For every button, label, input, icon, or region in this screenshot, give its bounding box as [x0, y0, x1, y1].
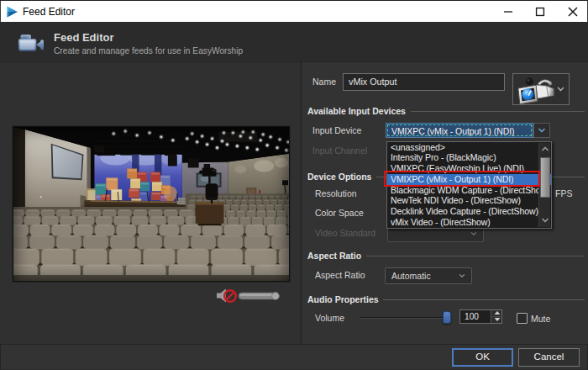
input-device-dropdown-button[interactable]	[533, 123, 550, 138]
chevron-down-icon	[542, 218, 549, 223]
close-icon	[568, 7, 578, 17]
annotation-highlight-box	[384, 171, 540, 188]
volume-label: Volume	[315, 313, 344, 323]
chevron-down-icon	[557, 87, 564, 92]
resolution-label: Resolution	[315, 188, 357, 198]
header-title: Feed Editor	[54, 31, 114, 44]
minimize-button[interactable]	[492, 1, 524, 23]
feed-type-camera-icon	[517, 74, 557, 105]
input-device-combobox[interactable]: VMIXPC (vMix - Output 1) (NDI)	[386, 123, 533, 138]
dropdown-item[interactable]: <unassigned>	[387, 142, 551, 153]
chevron-up-icon	[542, 146, 549, 151]
dialog-header: Feed Editor Create and manage feeds for …	[0, 22, 588, 62]
volume-number-input[interactable]: 100	[459, 309, 502, 324]
spinner-up-icon	[494, 311, 500, 314]
aspect-ratio-header: Aspect Ratio	[307, 251, 361, 261]
muted-speaker-icon[interactable]	[217, 289, 236, 303]
mute-label: Mute	[531, 314, 550, 324]
spinner-down-button[interactable]	[491, 317, 502, 324]
fps-label: FPS	[555, 188, 572, 198]
chevron-down-icon	[470, 232, 477, 236]
input-device-value: VMIXPC (vMix - Output 1) (NDI)	[391, 126, 514, 136]
dropdown-item[interactable]: NewTek NDI Video - (DirectShow)	[387, 195, 551, 206]
feed-editor-dialog: Feed Editor	[0, 0, 588, 370]
footer-divider	[0, 344, 588, 345]
volume-slider-track[interactable]	[360, 317, 449, 319]
scroll-up-button[interactable]	[539, 143, 551, 156]
spinner-up-button[interactable]	[491, 310, 502, 317]
mute-checkbox[interactable]	[517, 313, 528, 324]
video-camera-icon	[18, 34, 44, 52]
chevron-down-icon	[538, 128, 546, 133]
aspect-ratio-value: Automatic	[391, 271, 431, 281]
easyworship-logo-icon	[7, 6, 18, 18]
volume-slider-handle[interactable]	[443, 311, 451, 324]
available-input-devices-header: Available Input Devices	[307, 106, 406, 116]
maximize-icon	[536, 8, 545, 17]
name-label: Name	[312, 77, 336, 87]
preview-volume-slider[interactable]	[239, 293, 279, 300]
section-line	[383, 299, 585, 300]
dropdown-item[interactable]: Decklink Video Capture - (DirectShow)	[387, 206, 551, 217]
dropdown-item[interactable]: vMix Video - (DirectShow)	[387, 217, 551, 228]
titlebar: Feed Editor	[0, 0, 588, 22]
input-channel-label: Input Channel	[312, 145, 367, 156]
chevron-down-icon	[459, 274, 465, 278]
audio-properties-header: Audio Properties	[307, 294, 379, 304]
volume-spinner	[491, 310, 501, 323]
ok-button[interactable]: OK	[452, 348, 513, 367]
volume-value: 100	[465, 312, 479, 321]
preview-photo	[13, 127, 289, 281]
dropdown-scrollbar[interactable]	[538, 143, 550, 227]
color-space-label: Color Space	[315, 208, 364, 218]
name-input[interactable]: vMix Output	[343, 73, 505, 91]
input-device-label: Input Device	[312, 125, 361, 135]
spinner-down-icon	[494, 318, 500, 321]
header-subtitle: Create and manage feeds for use in EasyW…	[54, 46, 243, 56]
feed-type-button[interactable]	[512, 73, 570, 105]
section-line	[366, 256, 585, 256]
minimize-icon	[504, 8, 513, 17]
scrollbar-thumb[interactable]	[540, 157, 550, 198]
aspect-ratio-combobox[interactable]: Automatic	[385, 267, 472, 284]
scroll-down-button[interactable]	[539, 214, 551, 227]
section-line	[411, 111, 585, 112]
dropdown-item[interactable]: Intensity Pro - (BlackMagic)	[387, 152, 551, 163]
preview-audio-controls	[215, 287, 282, 304]
aspect-ratio-label: Aspect Ratio	[315, 270, 365, 280]
device-options-header: Device Options	[307, 172, 371, 182]
close-button[interactable]	[557, 1, 588, 23]
video-standard-label: Video Standard	[315, 228, 375, 238]
cancel-button[interactable]: Cancel	[518, 348, 580, 367]
window-title: Feed Editor	[23, 6, 75, 18]
video-preview	[13, 126, 290, 282]
maximize-button[interactable]	[524, 1, 556, 23]
